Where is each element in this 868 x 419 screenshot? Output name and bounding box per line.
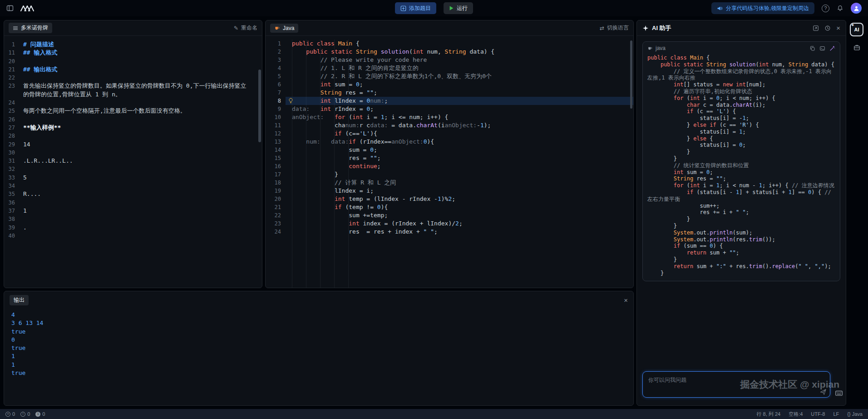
problem-line[interactable]: 2914 xyxy=(4,140,259,149)
problem-line[interactable]: 34 xyxy=(4,182,259,190)
one-count[interactable]: 10 xyxy=(35,411,45,417)
code-line[interactable]: sum +=temp; xyxy=(286,211,633,219)
problem-line[interactable]: 40 xyxy=(4,232,259,240)
line-number: 11 xyxy=(266,121,286,130)
code-line[interactable]: if (temp != 0){ xyxy=(286,203,633,211)
code-line[interactable]: // Please write your code here xyxy=(286,56,633,64)
run-button[interactable]: 运行 xyxy=(444,2,473,14)
rename-button[interactable]: ✎ 重命名 xyxy=(234,24,257,32)
code-line[interactable]: String res = ""; xyxy=(286,89,633,97)
code-line[interactable]: sum = 0; xyxy=(286,146,633,154)
problem-line[interactable]: 335 xyxy=(4,174,259,182)
code-line[interactable]: // 计算 R 和 L 之间 xyxy=(286,179,633,187)
magic-wand-icon[interactable] xyxy=(829,45,835,51)
line-number: 4 xyxy=(266,64,286,72)
language-mode[interactable]: {} Java xyxy=(847,411,863,417)
keyboard-shortcut-icon[interactable] xyxy=(835,389,843,397)
language-tab-java[interactable]: Java xyxy=(270,24,298,33)
line-number: 7 xyxy=(266,89,286,97)
editor-code[interactable]: public class Main { public static String… xyxy=(286,40,633,288)
code-line[interactable]: num: data:if (rIndex==anObject:0){ xyxy=(286,138,633,146)
switch-language-button[interactable]: ⇄ 切换语言 xyxy=(600,24,629,32)
line-number: 21 xyxy=(4,65,23,74)
problem-line[interactable]: 27**输入样例** xyxy=(4,124,259,132)
code-line[interactable]: lIndex = i; xyxy=(286,187,633,195)
problem-text: .L.R...LR..L.. xyxy=(23,157,259,165)
lightbulb-icon[interactable] xyxy=(288,98,294,104)
problem-line[interactable]: 32 xyxy=(4,165,259,173)
problem-line[interactable]: 38 xyxy=(4,215,259,223)
code-line[interactable]: continue; xyxy=(286,162,633,170)
ai-code-line: } xyxy=(647,155,835,162)
ai-toggle-button[interactable]: ✦ AI xyxy=(850,23,863,36)
toolbox-icon[interactable] xyxy=(853,44,861,51)
code-line[interactable]: anObject: for (int i = 1; i <= num; i++)… xyxy=(286,113,633,121)
sidebar-toggle-icon[interactable] xyxy=(6,5,14,12)
problem-line[interactable]: 371 xyxy=(4,207,259,215)
problem-line[interactable]: 28 xyxy=(4,132,259,140)
problem-scrollbar[interactable] xyxy=(258,70,261,142)
problem-line[interactable]: 35R.... xyxy=(4,190,259,198)
line-number: 13 xyxy=(266,138,286,146)
code-line[interactable]: if (c=='L'){ xyxy=(286,130,633,138)
code-line[interactable]: int index = (rIndex + lIndex)/2; xyxy=(286,219,633,228)
send-icon[interactable] xyxy=(820,389,827,395)
code-editor[interactable]: 123456789101112131415161718192021222324 … xyxy=(266,36,633,288)
code-line[interactable]: data: int rIndex = 0; xyxy=(286,105,633,113)
cursor-position[interactable]: 行 8, 列 24 xyxy=(757,411,781,418)
output-close-icon[interactable]: × xyxy=(624,297,628,304)
encoding-setting[interactable]: UTF-8 xyxy=(811,411,825,417)
insert-code-icon[interactable] xyxy=(819,45,825,51)
editor-scrollbar[interactable] xyxy=(630,40,632,109)
problem-line[interactable]: 26 xyxy=(4,115,259,124)
code-line[interactable]: public class Main { xyxy=(286,40,633,48)
eol-setting[interactable]: LF xyxy=(833,411,839,417)
code-line[interactable]: // 1. L 和 R 之间的肯定是竖立的 xyxy=(286,64,633,72)
problem-line[interactable]: 31.L.R...LR..L.. xyxy=(4,157,259,165)
bell-icon[interactable] xyxy=(837,5,843,12)
problem-line[interactable]: 11## 输入格式 xyxy=(4,49,259,57)
code-line[interactable]: } xyxy=(286,170,633,179)
warning-count[interactable]: !0 xyxy=(20,411,30,417)
problem-line[interactable]: 24 xyxy=(4,99,259,107)
code-line[interactable]: int sum = 0; xyxy=(286,80,633,89)
code-line[interactable]: chanum:r cdata: = data.charAt(ianObject:… xyxy=(286,121,633,130)
error-count[interactable]: ×0 xyxy=(5,411,15,417)
problem-lines[interactable]: 1# 问题描述11## 输入格式2021## 输出格式2223首先输出保持竖立的… xyxy=(4,36,262,240)
problem-line[interactable]: 39. xyxy=(4,224,259,232)
problem-line[interactable]: 21## 输出格式 xyxy=(4,65,259,74)
ai-close-icon[interactable]: × xyxy=(836,24,840,32)
line-number: 21 xyxy=(266,203,286,211)
line-number: 15 xyxy=(266,154,286,162)
code-line[interactable]: public static String solution(int num, S… xyxy=(286,48,633,56)
problem-line[interactable]: 22 xyxy=(4,74,259,82)
list-icon xyxy=(13,25,18,31)
ai-question-input[interactable] xyxy=(642,371,830,398)
help-icon[interactable]: ? xyxy=(822,5,829,12)
problem-line[interactable]: 25每两个数之间用一个空格隔开,注意最后一个数后面没有空格。 xyxy=(4,107,259,115)
problem-line[interactable]: 1# 问题描述 xyxy=(4,40,259,49)
problem-line[interactable]: 23首先输出保持竖立的骨牌数目。如果保持竖立的骨牌数目不为 0,下一行输出保持竖… xyxy=(4,82,259,99)
app-logo[interactable] xyxy=(20,5,35,12)
code-line[interactable]: // 2. R 和 L 之间的下标之差单数为1个,0、双数、无穷为0个 xyxy=(286,72,633,80)
indentation-setting[interactable]: 空格:4 xyxy=(789,411,803,418)
problem-text xyxy=(23,149,259,157)
copy-icon[interactable] xyxy=(809,45,815,51)
output-line: 1 xyxy=(11,361,626,369)
problem-line[interactable]: 20 xyxy=(4,57,259,65)
code-line[interactable]: res = res + index + " "; xyxy=(286,228,633,236)
code-line[interactable]: int lIndex = 0num:; xyxy=(286,97,633,105)
code-line[interactable]: res = ""; xyxy=(286,154,633,162)
problem-title: 多米诺骨牌 xyxy=(21,24,48,32)
output-tab[interactable]: 输出 xyxy=(10,295,29,305)
ai-code-line: status[i] = -1; xyxy=(647,115,835,122)
code-line[interactable]: int temp = (lIndex - rIndex -1)%2; xyxy=(286,195,633,203)
problem-line[interactable]: 30 xyxy=(4,149,259,157)
share-banner[interactable]: 分享代码练习体验,领限量定制周边 xyxy=(711,2,814,14)
add-problem-button[interactable]: 添加题目 xyxy=(395,2,436,14)
history-icon[interactable] xyxy=(824,25,831,31)
export-icon[interactable] xyxy=(813,25,819,31)
problem-line[interactable]: 36 xyxy=(4,199,259,207)
user-avatar[interactable] xyxy=(851,3,862,14)
problem-title-chip[interactable]: 多米诺骨牌 xyxy=(9,23,52,33)
